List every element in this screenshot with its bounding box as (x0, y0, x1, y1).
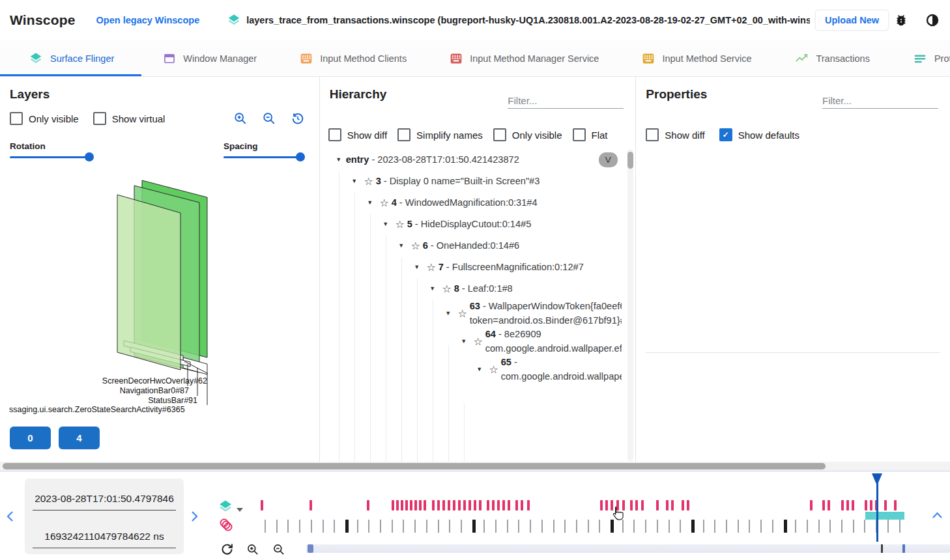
star-icon[interactable]: ☆ (409, 239, 423, 253)
tree-node-4[interactable]: ▼☆4 - WindowedMagnification:0:31#4 (325, 192, 622, 214)
checkbox-simplify-names[interactable]: Simplify names (397, 128, 483, 141)
mouse-cursor (611, 506, 624, 524)
checkbox-box[interactable] (573, 128, 586, 141)
sf-frame-mark (448, 500, 450, 511)
transition-tick-mark (599, 520, 600, 533)
tree-node-8[interactable]: ▼☆8 - Leaf:0:1#8 (325, 278, 622, 300)
tab-surface-flinger[interactable]: Surface Flinger (0, 40, 141, 76)
checkbox-box[interactable] (646, 128, 659, 141)
checkbox-box[interactable] (328, 128, 341, 141)
timeline-cursor[interactable] (876, 483, 878, 542)
layer-id-button-0[interactable]: 0 (10, 427, 51, 449)
refresh-icon[interactable] (220, 542, 234, 555)
timeline-canvas[interactable] (257, 495, 950, 537)
tree-node-7[interactable]: ▼☆7 - FullscreenMagnification:0:12#7 (325, 257, 622, 278)
star-icon[interactable]: ☆ (471, 335, 485, 349)
properties-filter-input[interactable] (822, 93, 938, 109)
checkbox-box[interactable] (397, 128, 410, 141)
star-icon[interactable]: ☆ (455, 307, 470, 321)
caret-down-icon[interactable]: ▼ (410, 260, 424, 275)
caret-down-icon[interactable]: ▼ (363, 196, 377, 210)
layers-checkboxes: Only visibleShow virtual (10, 112, 165, 125)
star-icon[interactable]: ☆ (424, 260, 439, 275)
tab-input-method-clients[interactable]: Input Method Clients (278, 40, 428, 76)
transition-tick-mark (738, 520, 739, 533)
caret-down-icon[interactable]: ▼ (472, 363, 487, 377)
tree-node-entry[interactable]: ▼entry - 2023-08-28T17:01:50.421423872V (325, 149, 622, 171)
tab-window-manager[interactable]: Window Manager (141, 40, 278, 76)
checkbox-only-visible[interactable]: Only visible (10, 112, 79, 125)
caret-down-icon[interactable]: ▼ (457, 335, 471, 349)
prev-entry-button[interactable] (5, 511, 17, 525)
tree-node-5[interactable]: ▼☆5 - HideDisplayCutout:0:14#5 (325, 214, 622, 235)
checkbox-show-defaults[interactable]: ✓Show defaults (719, 128, 799, 141)
checkbox-box[interactable] (93, 112, 106, 125)
timestamp-ns-input[interactable]: 1693242110479784622 ns (33, 531, 176, 548)
tab-input-method-manager-service[interactable]: Input Method Manager Service (428, 40, 620, 76)
hierarchy-scrollbar[interactable] (627, 149, 633, 461)
checkbox-box[interactable] (10, 112, 23, 125)
sf-frame-mark (846, 500, 849, 511)
caret-down-icon[interactable]: ▼ (332, 153, 346, 167)
caret-down-icon[interactable]: ▼ (394, 239, 409, 253)
star-icon[interactable]: ☆ (377, 196, 392, 210)
layer-id-button-4[interactable]: 4 (59, 427, 100, 449)
zoom-in-icon[interactable] (233, 111, 248, 126)
timeline-zoom-in-icon[interactable] (246, 543, 259, 556)
sf-frame-mark (641, 500, 644, 511)
main-horizontal-scrollbar[interactable] (0, 462, 950, 471)
zoom-range-thumb[interactable] (308, 544, 313, 553)
transition-tick-mark (357, 520, 358, 533)
timeline-cursor-handle[interactable] (872, 473, 882, 483)
transition-tick-mark (899, 520, 900, 533)
caret-down-icon[interactable]: ▼ (425, 282, 440, 296)
spacing-slider-thumb[interactable] (296, 152, 305, 161)
checkbox-only-visible[interactable]: Only visible (493, 128, 562, 141)
checkbox-show-virtual[interactable]: Show virtual (93, 112, 166, 125)
star-icon[interactable]: ☆ (440, 282, 454, 296)
zoombar-blue-mark (902, 544, 905, 553)
reset-view-icon[interactable] (291, 111, 305, 126)
rotation-slider-thumb[interactable] (85, 152, 94, 161)
open-legacy-link[interactable]: Open legacy Winscope (96, 15, 200, 25)
star-icon[interactable]: ☆ (362, 175, 376, 189)
checkbox-show-diff[interactable]: Show diff (646, 128, 704, 141)
tab-protolog[interactable]: ProtoLog (891, 40, 950, 76)
checkbox-box[interactable] (493, 128, 506, 141)
rotation-slider[interactable]: Rotation (10, 141, 89, 167)
tree-node-3[interactable]: ▼☆3 - Display 0 name="Built-in Screen"#3 (325, 171, 622, 192)
sf-frame-mark (635, 500, 638, 511)
sf-frame-mark (508, 500, 510, 511)
caret-down-icon[interactable]: ▼ (379, 217, 393, 232)
dark-mode-icon[interactable] (924, 12, 941, 29)
next-entry-button[interactable] (189, 511, 201, 525)
upload-new-button[interactable]: Upload New (815, 10, 889, 31)
trace-dropdown-icon[interactable] (236, 507, 244, 512)
checkbox-show-diff[interactable]: Show diff (328, 128, 387, 141)
tree-node-65[interactable]: ▼☆65 - com.google.android.wallpaper.effe… (325, 356, 622, 384)
timeline-zoom-range-bar[interactable] (306, 544, 950, 553)
bug-report-icon[interactable] (893, 12, 910, 29)
tree-node-64[interactable]: ▼☆64 - 8e26909 com.google.android.wallpa… (325, 328, 622, 356)
tab-input-method-service[interactable]: Input Method Service (620, 40, 773, 76)
checkbox-flat[interactable]: Flat (573, 128, 608, 141)
expand-timeline-icon[interactable] (932, 512, 943, 519)
layers-3d-view[interactable]: ScreenDecorHwcOverlay#62 NavigationBar0#… (0, 174, 319, 421)
caret-down-icon[interactable]: ▼ (347, 175, 362, 189)
hierarchy-filter-input[interactable] (508, 93, 624, 109)
checkbox-box[interactable]: ✓ (719, 128, 732, 141)
star-icon[interactable]: ☆ (487, 363, 501, 377)
transitions-trace-icon[interactable] (218, 517, 234, 533)
tab-transactions[interactable]: Transactions (773, 40, 891, 76)
timestamp-human-input[interactable]: 2023-08-28T17:01:50.4797846 (33, 493, 176, 511)
tree-node-63[interactable]: ▼☆63 - WallpaperWindowToken{fa0eef6 toke… (325, 300, 622, 328)
timeline-zoom-out-icon[interactable] (272, 543, 285, 556)
sf-trace-icon[interactable] (218, 499, 233, 514)
spacing-slider[interactable]: Spacing (223, 141, 300, 167)
tree-node-6[interactable]: ▼☆6 - OneHanded:0:14#6 (325, 235, 622, 257)
caret-down-icon[interactable]: ▼ (441, 307, 455, 321)
file-name: layers_trace_from_transactions.winscope … (246, 15, 810, 25)
zoom-out-icon[interactable] (262, 111, 276, 126)
properties-title: Properties (646, 87, 707, 102)
star-icon[interactable]: ☆ (393, 217, 407, 232)
